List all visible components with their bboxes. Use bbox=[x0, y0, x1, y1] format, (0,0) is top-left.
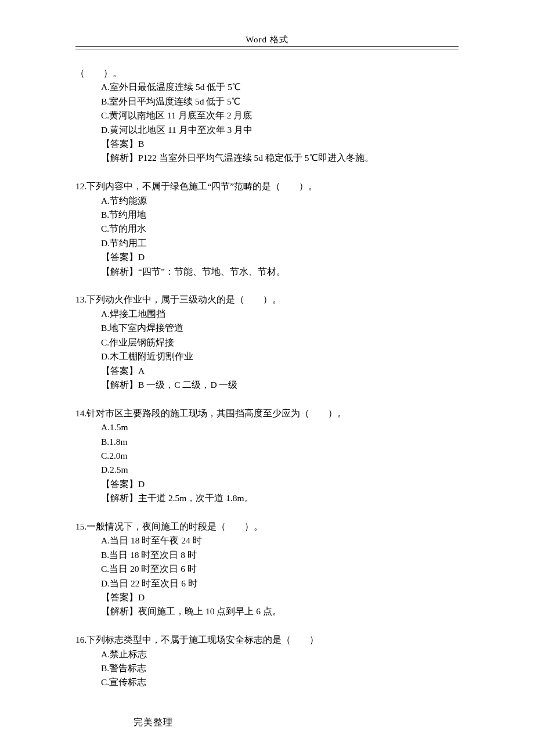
q11-option-b: B.室外日平均温度连续 5d 低于 5℃ bbox=[75, 95, 459, 109]
q11-option-d: D.黄河以北地区 11 月中至次年 3 月中 bbox=[75, 123, 459, 137]
header-rule-thick bbox=[75, 46, 459, 47]
q13-option-d: D.木工棚附近切割作业 bbox=[75, 350, 459, 363]
q12-option-a: A.节约能源 bbox=[75, 194, 459, 208]
q14-option-c: C.2.0m bbox=[75, 449, 459, 463]
q15-option-b: B.当日 18 时至次日 8 时 bbox=[75, 548, 459, 562]
q11-option-c: C.黄河以南地区 11 月底至次年 2 月底 bbox=[75, 109, 459, 123]
page-footer-text: 完美整理 bbox=[134, 717, 173, 729]
page-header-title: Word 格式 bbox=[0, 34, 534, 45]
q14-option-d: D.2.5m bbox=[75, 463, 459, 477]
q16-option-a: A.禁止标志 bbox=[75, 647, 459, 661]
q13-answer: 【答案】A bbox=[75, 364, 459, 378]
q14-option-a: A.1.5m bbox=[75, 420, 459, 434]
q15-stem: 15.一般情况下，夜间施工的时段是（ ）。 bbox=[75, 520, 459, 534]
gap-12-13 bbox=[75, 279, 459, 293]
q13-option-b: B.地下室内焊接管道 bbox=[75, 321, 459, 335]
q16-stem: 16.下列标志类型中，不属于施工现场安全标志的是（ ） bbox=[75, 633, 459, 647]
q11-analysis: 【解析】P122 当室外日平均气温连续 5d 稳定低于 5℃即进入冬施。 bbox=[75, 151, 459, 165]
q11-option-a: A.室外日最低温度连续 5d 低于 5℃ bbox=[75, 80, 459, 94]
q15-option-c: C.当日 20 时至次日 6 时 bbox=[75, 562, 459, 576]
q13-stem: 13.下列动火作业中，属于三级动火的是（ ）。 bbox=[75, 293, 459, 307]
q12-stem: 12.下列内容中，不属于绿色施工“四节”范畴的是（ ）。 bbox=[75, 179, 459, 193]
q14-stem: 14.针对市区主要路段的施工现场，其围挡高度至少应为（ ）。 bbox=[75, 406, 459, 420]
q12-option-b: B.节约用地 bbox=[75, 208, 459, 222]
document-body: （ ）。 A.室外日最低温度连续 5d 低于 5℃ B.室外日平均温度连续 5d… bbox=[75, 66, 459, 690]
q15-option-a: A.当日 18 时至午夜 24 时 bbox=[75, 534, 459, 548]
q13-option-a: A.焊接工地围挡 bbox=[75, 307, 459, 321]
q14-analysis: 【解析】主干道 2.5m，次干道 1.8m。 bbox=[75, 491, 459, 505]
q16-option-c: C.宣传标志 bbox=[75, 675, 459, 689]
q15-analysis: 【解析】夜间施工，晚上 10 点到早上 6 点。 bbox=[75, 604, 459, 618]
gap-11-12 bbox=[75, 165, 459, 179]
q12-answer: 【答案】D bbox=[75, 250, 459, 264]
q13-option-c: C.作业层钢筋焊接 bbox=[75, 336, 459, 350]
gap-14-15 bbox=[75, 506, 459, 520]
q11-stem-cont: （ ）。 bbox=[75, 66, 459, 80]
gap-13-14 bbox=[75, 392, 459, 406]
q14-answer: 【答案】D bbox=[75, 477, 459, 491]
q13-analysis: 【解析】B 一级，C 二级，D 一级 bbox=[75, 378, 459, 392]
q15-answer: 【答案】D bbox=[75, 591, 459, 604]
gap-15-16 bbox=[75, 619, 459, 633]
q12-option-c: C.节的用水 bbox=[75, 222, 459, 236]
q16-option-b: B.警告标志 bbox=[75, 661, 459, 675]
header-rule-thin bbox=[75, 49, 459, 49]
q12-option-d: D.节约用工 bbox=[75, 236, 459, 250]
document-page: Word 格式 （ ）。 A.室外日最低温度连续 5d 低于 5℃ B.室外日平… bbox=[0, 0, 534, 756]
q12-analysis: 【解析】“四节”：节能、节地、节水、节材。 bbox=[75, 265, 459, 279]
q14-option-b: B.1.8m bbox=[75, 435, 459, 449]
q11-answer: 【答案】B bbox=[75, 137, 459, 151]
q15-option-d: D.当日 22 时至次日 6 时 bbox=[75, 577, 459, 591]
